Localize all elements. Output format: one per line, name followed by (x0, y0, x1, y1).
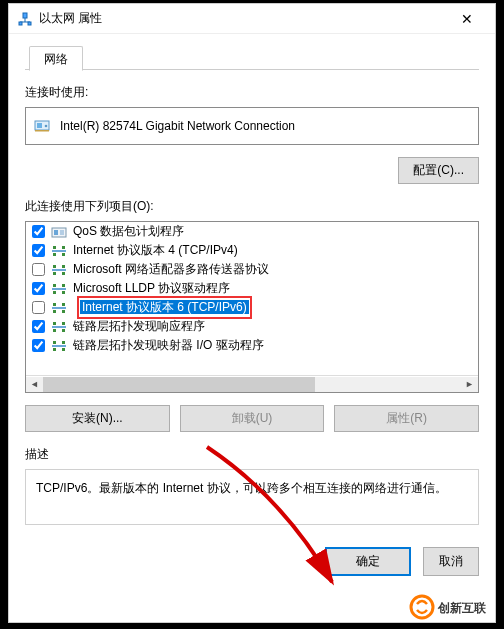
protocol-icon (51, 339, 67, 353)
item-checkbox[interactable] (32, 320, 45, 333)
svg-rect-15 (53, 253, 56, 256)
protocol-list[interactable]: QoS 数据包计划程序Internet 协议版本 4 (TCP/IPv4)Mic… (25, 221, 479, 393)
scroll-thumb[interactable] (43, 377, 315, 392)
scroll-left-arrow[interactable]: ◄ (26, 377, 43, 392)
item-checkbox[interactable] (32, 339, 45, 352)
item-label: 链路层拓扑发现响应程序 (73, 318, 205, 335)
properties-button: 属性(R) (334, 405, 479, 432)
svg-rect-40 (53, 348, 56, 351)
close-button[interactable]: ✕ (447, 11, 487, 27)
list-item[interactable]: QoS 数据包计划程序 (26, 222, 478, 241)
item-checkbox[interactable] (32, 225, 45, 238)
item-label: 链路层拓扑发现映射器 I/O 驱动程序 (73, 337, 264, 354)
svg-rect-32 (52, 326, 66, 328)
description-label: 描述 (25, 446, 479, 463)
dialog-window: 以太网 属性 ✕ 网络 连接时使用: Intel(R) 82574L Gigab… (8, 3, 496, 623)
items-section: 此连接使用下列项目(O): QoS 数据包计划程序Internet 协议版本 4… (25, 198, 479, 432)
svg-rect-22 (52, 288, 66, 290)
svg-rect-26 (62, 291, 65, 294)
watermark-logo: 创新互联 (408, 592, 500, 625)
svg-rect-28 (53, 303, 56, 306)
window-title: 以太网 属性 (39, 10, 447, 27)
list-item[interactable]: 链路层拓扑发现响应程序 (26, 317, 478, 336)
list-item[interactable]: Microsoft 网络适配器多路传送器协议 (26, 260, 478, 279)
protocol-icon (51, 263, 67, 277)
horizontal-scrollbar[interactable]: ◄► (26, 375, 478, 392)
svg-rect-39 (62, 341, 65, 344)
item-label: Internet 协议版本 6 (TCP/IPv6) (80, 300, 249, 314)
description-group: 描述 TCP/IPv6。最新版本的 Internet 协议，可以跨多个相互连接的… (25, 446, 479, 525)
titlebar: 以太网 属性 ✕ (9, 4, 495, 34)
connect-using-section: 连接时使用: Intel(R) 82574L Gigabit Network C… (25, 84, 479, 184)
svg-rect-27 (52, 307, 66, 309)
uninstall-button: 卸载(U) (180, 405, 325, 432)
connect-using-label: 连接时使用: (25, 84, 479, 101)
item-label: Internet 协议版本 4 (TCP/IPv4) (73, 242, 238, 259)
svg-rect-16 (62, 253, 65, 256)
item-label: QoS 数据包计划程序 (73, 223, 184, 240)
scroll-right-arrow[interactable]: ► (461, 377, 478, 392)
svg-rect-20 (53, 272, 56, 275)
svg-rect-25 (53, 291, 56, 294)
list-item[interactable]: Internet 协议版本 4 (TCP/IPv4) (26, 241, 478, 260)
adapter-box[interactable]: Intel(R) 82574L Gigabit Network Connecti… (25, 107, 479, 145)
items-label: 此连接使用下列项目(O): (25, 198, 479, 215)
svg-rect-4 (28, 22, 31, 25)
svg-rect-38 (53, 341, 56, 344)
svg-rect-10 (54, 230, 58, 235)
protocol-icon (51, 282, 67, 296)
item-label: Microsoft LLDP 协议驱动程序 (73, 280, 230, 297)
svg-rect-13 (53, 246, 56, 249)
svg-rect-18 (53, 265, 56, 268)
adapter-name: Intel(R) 82574L Gigabit Network Connecti… (60, 119, 295, 133)
svg-point-42 (411, 596, 433, 618)
svg-point-7 (45, 125, 48, 128)
install-button[interactable]: 安装(N)... (25, 405, 170, 432)
svg-rect-17 (52, 269, 66, 271)
item-checkbox[interactable] (32, 263, 45, 276)
svg-rect-8 (35, 130, 49, 132)
list-item[interactable]: Internet 协议版本 6 (TCP/IPv6) (26, 298, 478, 317)
svg-rect-41 (62, 348, 65, 351)
svg-rect-29 (62, 303, 65, 306)
protocol-icon (51, 301, 67, 315)
content-area: 网络 连接时使用: Intel(R) 82574L Gigabit Networ… (9, 34, 495, 592)
svg-rect-11 (60, 230, 64, 235)
item-checkbox[interactable] (32, 301, 45, 314)
svg-rect-23 (53, 284, 56, 287)
item-checkbox[interactable] (32, 282, 45, 295)
svg-rect-36 (62, 329, 65, 332)
ethernet-icon (17, 11, 33, 27)
svg-rect-34 (62, 322, 65, 325)
svg-rect-33 (53, 322, 56, 325)
svg-rect-21 (62, 272, 65, 275)
protocol-icon (51, 244, 67, 258)
scroll-track[interactable] (43, 377, 461, 392)
svg-rect-35 (53, 329, 56, 332)
ok-button[interactable]: 确定 (325, 547, 411, 576)
tab-row: 网络 (25, 44, 479, 70)
configure-button[interactable]: 配置(C)... (398, 157, 479, 184)
svg-rect-19 (62, 265, 65, 268)
svg-rect-30 (53, 310, 56, 313)
cancel-button[interactable]: 取消 (423, 547, 479, 576)
svg-text:创新互联: 创新互联 (437, 601, 487, 615)
tab-network[interactable]: 网络 (29, 46, 83, 71)
list-item[interactable]: 链路层拓扑发现映射器 I/O 驱动程序 (26, 336, 478, 355)
svg-rect-31 (62, 310, 65, 313)
svg-rect-37 (52, 345, 66, 347)
svg-rect-24 (62, 284, 65, 287)
item-checkbox[interactable] (32, 244, 45, 257)
item-label: Microsoft 网络适配器多路传送器协议 (73, 261, 269, 278)
item-buttons-row: 安装(N)... 卸载(U) 属性(R) (25, 405, 479, 432)
svg-rect-3 (19, 22, 22, 25)
svg-rect-0 (23, 13, 27, 18)
qos-icon (51, 225, 67, 239)
nic-icon (34, 118, 52, 134)
description-text: TCP/IPv6。最新版本的 Internet 协议，可以跨多个相互连接的网络进… (25, 469, 479, 525)
svg-rect-6 (37, 123, 42, 128)
svg-rect-14 (62, 246, 65, 249)
protocol-icon (51, 320, 67, 334)
svg-rect-12 (52, 250, 66, 252)
dialog-footer: 确定 取消 (25, 547, 479, 576)
